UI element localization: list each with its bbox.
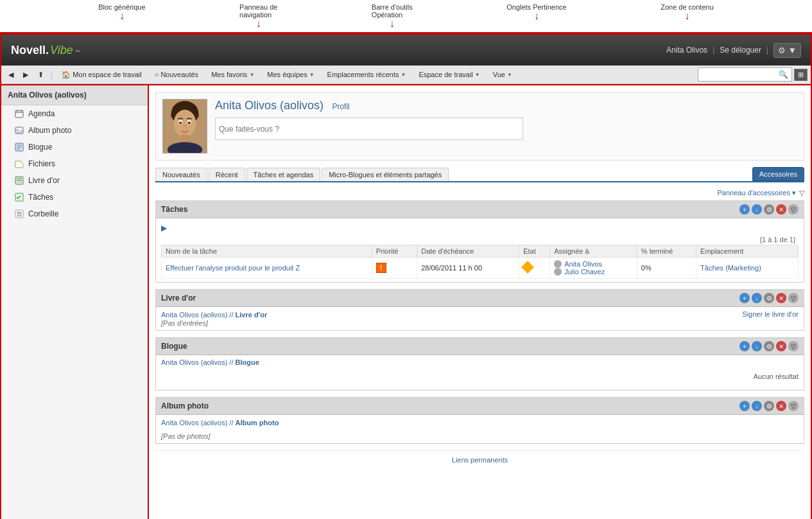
- tab-nouveautes[interactable]: Nouveautés: [155, 168, 207, 181]
- livreor-breadcrumb[interactable]: Anita Olivos (aolivos) // Livre d'or: [161, 311, 267, 319]
- table-row: Effectuer l'analyse produit pour le prod…: [162, 258, 799, 279]
- tab-taches-agendas[interactable]: Tâches et agendas: [246, 168, 321, 181]
- logout-link[interactable]: Se déloguer: [720, 46, 761, 55]
- status-input[interactable]: [215, 118, 523, 140]
- collapse-panel-icon[interactable]: ▽: [799, 189, 804, 197]
- widget-close-button[interactable]: ✕: [776, 293, 786, 303]
- sidebar-label-corbeille: Corbeille: [28, 209, 58, 218]
- sidebar-item-taches[interactable]: Tâches: [1, 189, 148, 206]
- col-etat: État: [519, 245, 550, 258]
- nav-mon-espace[interactable]: 🏠 Mon espace de travail: [56, 68, 148, 82]
- album-no-photos: [Pas de photos]: [161, 432, 799, 440]
- sidebar-item-corbeille[interactable]: Corbeille: [1, 206, 148, 222]
- widget-add-button[interactable]: +: [739, 341, 750, 351]
- task-link[interactable]: Effectuer l'analyse produit pour le prod…: [166, 264, 300, 272]
- nav-equipes[interactable]: Mes équipes ▼: [261, 68, 320, 81]
- nav-nouveautes[interactable]: ○ Nouveautés: [149, 68, 204, 81]
- tab-microblogues[interactable]: Micro-Blogues et éléments partagés: [322, 168, 449, 181]
- widget-down-button[interactable]: ↓: [752, 293, 762, 303]
- col-nom: Nom de la tâche: [162, 245, 372, 258]
- tab-label: Accessoires: [759, 170, 797, 178]
- footer-liens-permanents[interactable]: Liens permanents: [452, 456, 508, 464]
- sidebar-item-album[interactable]: Album photo: [1, 122, 148, 139]
- refresh-button[interactable]: ⬆: [34, 69, 48, 81]
- nav-vue[interactable]: Vue ▼: [487, 68, 518, 81]
- widget-tasks: Tâches + ↓ ⚙ ✕ ▽ ▶ [1 à 1 de 1]: [155, 200, 804, 283]
- widget-blogue: Blogue + ↓ ⚙ ✕ ▽ Anita Olivos (aolivos: [155, 337, 804, 391]
- sign-livreor-link[interactable]: Signer le livre d'or: [742, 310, 799, 318]
- svg-rect-22: [181, 135, 189, 143]
- accessory-panel-label: Panneau d'accessoires: [718, 189, 790, 197]
- assignee-link-1[interactable]: Anita Olivos: [564, 260, 602, 268]
- nav-label: Mes équipes: [267, 71, 307, 78]
- sidebar-item-livreor[interactable]: Livre d'or: [1, 172, 148, 189]
- livreor-bold: Livre d'or: [236, 311, 268, 319]
- back-button[interactable]: ◀: [4, 69, 17, 81]
- annot-onglets: Onglets Pertinence ↓: [506, 3, 567, 29]
- widget-gear-button[interactable]: ⚙: [764, 293, 774, 303]
- task-date: 28/06/2011 11 h 00: [417, 258, 519, 279]
- widget-close-button[interactable]: ✕: [776, 401, 786, 411]
- widget-add-button[interactable]: +: [739, 204, 750, 215]
- nav-emplacements[interactable]: Emplacements récents ▼: [322, 68, 412, 81]
- tab-recent[interactable]: Récent: [209, 168, 245, 181]
- widget-close-button[interactable]: ✕: [776, 341, 786, 351]
- widget-collapse-button[interactable]: ▽: [788, 204, 799, 215]
- widget-gear-button[interactable]: ⚙: [764, 401, 774, 411]
- profile-area: Anita Olivos (aolivos) Profil: [155, 92, 804, 161]
- main-header: Novell. Vibe ™ Anita Olivos | Se délogue…: [1, 33, 811, 66]
- album-breadcrumb[interactable]: Anita Olivos (aolivos) // Album photo: [161, 419, 279, 427]
- sidebar-item-agenda[interactable]: Agenda: [1, 105, 148, 122]
- widget-down-button[interactable]: ↓: [752, 341, 762, 351]
- trash-icon: [14, 209, 24, 219]
- widget-add-button[interactable]: +: [739, 293, 750, 303]
- sidebar: Anita Olivos (aolivos) Agenda Album phot…: [1, 85, 149, 519]
- user-name: Anita Olivos: [666, 46, 707, 55]
- sidebar-item-fichiers[interactable]: Fichiers: [1, 155, 148, 172]
- widget-down-button[interactable]: ↓: [752, 204, 762, 215]
- annot-bloc-generique: Bloc générique ↓: [98, 3, 145, 29]
- profile-info: Anita Olivos (aolivos) Profil: [215, 99, 797, 140]
- search-box: 🔍: [698, 67, 792, 82]
- widget-close-button[interactable]: ✕: [776, 204, 786, 215]
- tab-accessoires[interactable]: Accessoires: [752, 167, 804, 181]
- header-right: Anita Olivos | Se déloguer | ⚙ ▼: [666, 43, 801, 58]
- svg-rect-2: [17, 110, 18, 112]
- sidebar-item-blogue[interactable]: Blogue: [1, 139, 148, 155]
- nav-label: Mes favoris: [211, 71, 247, 78]
- task-expand-arrow[interactable]: ▶: [161, 224, 799, 233]
- tabs-bar: Nouveautés Récent Tâches et agendas Micr…: [155, 167, 804, 182]
- annot-arrow-down: ↓: [684, 11, 689, 21]
- widget-down-button[interactable]: ↓: [752, 401, 762, 411]
- sidebar-label-blogue: Blogue: [28, 143, 52, 152]
- forward-button[interactable]: ▶: [19, 69, 32, 81]
- widget-tasks-header: Tâches + ↓ ⚙ ✕ ▽: [156, 201, 804, 218]
- widget-collapse-button[interactable]: ▽: [788, 341, 799, 351]
- search-button[interactable]: 🔍: [777, 69, 790, 80]
- blogue-breadcrumb[interactable]: Anita Olivos (aolivos) // Blogue: [161, 358, 259, 366]
- assignee-link-2[interactable]: Julio Chavez: [564, 268, 605, 276]
- expand-button[interactable]: ⊞: [794, 69, 808, 81]
- chevron-down-icon: ▼: [475, 72, 480, 78]
- nav-favoris[interactable]: Mes favoris ▼: [205, 68, 260, 81]
- accessory-panel-link[interactable]: Panneau d'accessoires ▾: [718, 189, 796, 197]
- widget-collapse-button[interactable]: ▽: [788, 293, 799, 303]
- location-link[interactable]: Tâches (Marketing): [700, 264, 761, 272]
- search-input[interactable]: [700, 71, 777, 78]
- widget-collapse-button[interactable]: ▽: [788, 401, 799, 411]
- nav-label: Vue: [493, 71, 505, 78]
- widget-gear-button[interactable]: ⚙: [764, 204, 774, 215]
- widget-add-button[interactable]: +: [739, 401, 750, 411]
- svg-point-26: [179, 121, 182, 124]
- blogue-bold: Blogue: [236, 358, 259, 366]
- nav-espace-travail[interactable]: Espace de travail ▼: [413, 68, 485, 81]
- widget-album: Album photo + ↓ ⚙ ✕ ▽ Anita Olivos (aoli…: [155, 397, 804, 444]
- accessory-panel-header: Panneau d'accessoires ▾ ▽: [155, 189, 804, 197]
- profile-link[interactable]: Profil: [332, 102, 349, 111]
- annot-arrow-down: ↓: [390, 19, 395, 29]
- album-prefix: Anita Olivos (aolivos) //: [161, 419, 236, 427]
- settings-button[interactable]: ⚙ ▼: [773, 43, 801, 58]
- widget-gear-button[interactable]: ⚙: [764, 341, 774, 351]
- task-percent: 0%: [637, 258, 696, 279]
- main-layout: Anita Olivos (aolivos) Agenda Album phot…: [1, 84, 811, 519]
